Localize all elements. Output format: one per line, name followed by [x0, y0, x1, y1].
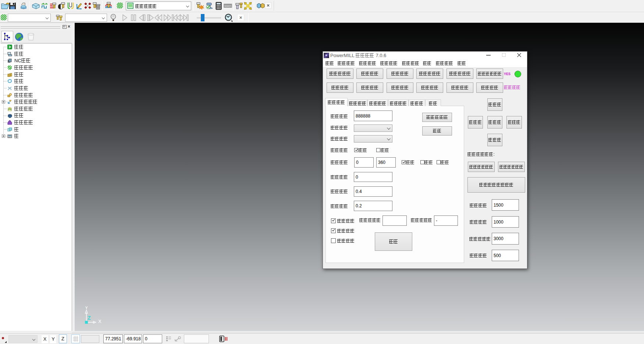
svg-text:Y: Y [85, 306, 88, 310]
svg-text:X: X [98, 319, 102, 324]
svg-text:Z: Z [88, 315, 91, 321]
